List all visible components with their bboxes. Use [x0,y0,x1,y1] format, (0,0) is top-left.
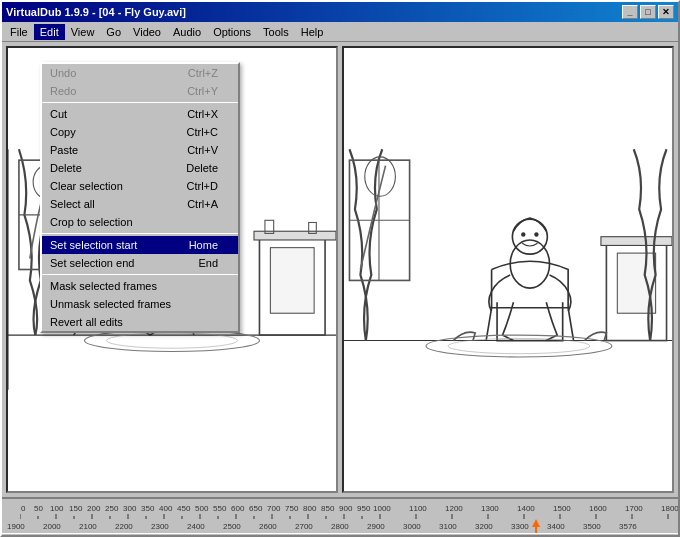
menu-item-select-all[interactable]: Select all Ctrl+A [42,195,238,213]
svg-text:250: 250 [105,504,119,513]
svg-text:400: 400 [159,504,173,513]
svg-text:1200: 1200 [445,504,463,513]
minimize-button[interactable]: _ [622,5,638,19]
menu-tools[interactable]: Tools [257,24,295,40]
menu-item-cut[interactable]: Cut Ctrl+X [42,105,238,123]
menu-audio[interactable]: Audio [167,24,207,40]
maximize-button[interactable]: □ [640,5,656,19]
menu-bar: File Edit View Go Video Audio Options To… [2,22,678,42]
separator-3 [42,274,238,275]
menu-item-crop[interactable]: Crop to selection [42,213,238,231]
svg-text:700: 700 [267,504,281,513]
ruler-svg-2: 1900 2000 2100 2200 2300 2400 2500 2600 … [6,519,666,533]
svg-text:3100: 3100 [439,522,457,531]
svg-text:1300: 1300 [481,504,499,513]
menu-item-copy[interactable]: Copy Ctrl+C [42,123,238,141]
svg-text:3500: 3500 [583,522,601,531]
svg-text:150: 150 [69,504,83,513]
svg-text:2200: 2200 [115,522,133,531]
svg-text:1700: 1700 [625,504,643,513]
svg-text:50: 50 [34,504,43,513]
menu-edit[interactable]: Edit [34,24,65,40]
menu-item-clear-selection[interactable]: Clear selection Ctrl+D [42,177,238,195]
svg-text:300: 300 [123,504,137,513]
timeline-ruler: 0 50 100 150 200 250 300 [2,499,678,519]
svg-text:200: 200 [87,504,101,513]
svg-text:1100: 1100 [409,504,427,513]
title-bar-buttons: _ □ ✕ [622,5,674,19]
svg-text:950: 950 [357,504,371,513]
svg-text:2700: 2700 [295,522,313,531]
svg-text:3400: 3400 [547,522,565,531]
svg-text:1400: 1400 [517,504,535,513]
edit-dropdown-menu: Undo Ctrl+Z Redo Ctrl+Y Cut Ctrl+X Copy … [40,62,240,333]
svg-rect-9 [254,231,336,240]
svg-text:0: 0 [21,504,26,513]
menu-help[interactable]: Help [295,24,330,40]
svg-text:2100: 2100 [79,522,97,531]
svg-text:550: 550 [213,504,227,513]
svg-text:1800: 1800 [661,504,678,513]
menu-item-paste[interactable]: Paste Ctrl+V [42,141,238,159]
video-panel-right [342,46,674,493]
menu-video[interactable]: Video [127,24,167,40]
ruler-svg: 0 50 100 150 200 250 300 [20,499,678,519]
svg-text:850: 850 [321,504,335,513]
svg-point-25 [521,232,525,236]
separator-2 [42,233,238,234]
svg-rect-29 [601,237,672,246]
svg-text:900: 900 [339,504,353,513]
svg-text:1500: 1500 [553,504,571,513]
svg-text:2500: 2500 [223,522,241,531]
main-content: Undo Ctrl+Z Redo Ctrl+Y Cut Ctrl+X Copy … [2,42,678,497]
svg-text:1000: 1000 [373,504,391,513]
menu-options[interactable]: Options [207,24,257,40]
svg-text:650: 650 [249,504,263,513]
menu-item-mask-frames[interactable]: Mask selected frames [42,277,238,295]
svg-point-26 [534,232,538,236]
svg-text:3576: 3576 [619,522,637,531]
menu-item-set-selection-end[interactable]: Set selection end End [42,254,238,272]
video-frame-right [344,48,672,491]
svg-text:2000: 2000 [43,522,61,531]
menu-item-redo[interactable]: Redo Ctrl+Y [42,82,238,100]
svg-text:3000: 3000 [403,522,421,531]
toolbar: ⏮ ◀ ▶ ⏭ |◀ ◀| |▶ ▶| ⊞ ⊟ ☷ ⊡ ← → Frame 30… [2,533,678,537]
svg-rect-8 [270,248,314,314]
menu-item-unmask-frames[interactable]: Unmask selected frames [42,295,238,313]
close-button[interactable]: ✕ [658,5,674,19]
svg-text:2900: 2900 [367,522,385,531]
svg-text:2600: 2600 [259,522,277,531]
svg-text:3300: 3300 [511,522,529,531]
separator-1 [42,102,238,103]
svg-text:1600: 1600 [589,504,607,513]
menu-item-revert[interactable]: Revert all edits [42,313,238,331]
menu-view[interactable]: View [65,24,101,40]
svg-text:350: 350 [141,504,155,513]
title-bar: VirtualDub 1.9.9 - [04 - Fly Guy.avi] _ … [2,2,678,22]
svg-text:500: 500 [195,504,209,513]
menu-item-set-selection-start[interactable]: Set selection start Home [42,236,238,254]
timeline-area: 0 50 100 150 200 250 300 [2,497,678,537]
svg-text:2300: 2300 [151,522,169,531]
svg-text:2800: 2800 [331,522,349,531]
menu-item-undo[interactable]: Undo Ctrl+Z [42,64,238,82]
svg-text:100: 100 [50,504,64,513]
timeline-ruler-2: 1900 2000 2100 2200 2300 2400 2500 2600 … [2,519,678,533]
menu-file[interactable]: File [4,24,34,40]
svg-text:800: 800 [303,504,317,513]
main-window: VirtualDub 1.9.9 - [04 - Fly Guy.avi] _ … [0,0,680,537]
menu-item-delete[interactable]: Delete Delete [42,159,238,177]
svg-text:600: 600 [231,504,245,513]
svg-text:1900: 1900 [7,522,25,531]
menu-go[interactable]: Go [100,24,127,40]
svg-text:3200: 3200 [475,522,493,531]
svg-text:450: 450 [177,504,191,513]
window-title: VirtualDub 1.9.9 - [04 - Fly Guy.avi] [6,6,186,18]
svg-text:2400: 2400 [187,522,205,531]
svg-text:750: 750 [285,504,299,513]
